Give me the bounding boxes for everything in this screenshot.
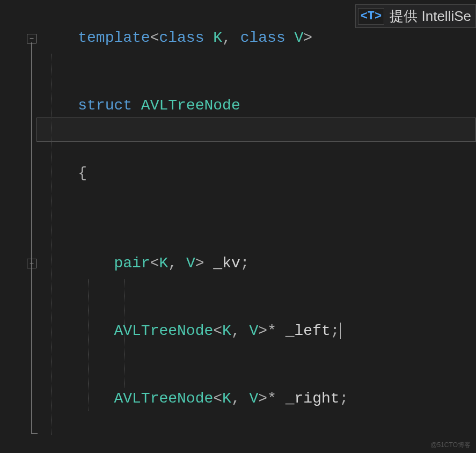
code-line[interactable]: AVLTreeNode<K, V>* _parent; [31, 433, 476, 453]
member: _kv [213, 255, 240, 272]
type: pair [114, 255, 150, 272]
code-line[interactable]: struct AVLTreeNode [31, 72, 476, 140]
punct: < [150, 30, 159, 46]
code-line[interactable]: { [31, 140, 476, 207]
code-line[interactable]: pair<K, V> _kv; [31, 230, 476, 297]
keyword: template [78, 30, 150, 46]
type: AVLTreeNode [114, 323, 213, 339]
type: AVLTreeNode [141, 97, 240, 114]
brace: { [78, 165, 87, 181]
gutter: − − [0, 0, 31, 453]
punct: > [303, 30, 312, 46]
type: V [295, 30, 304, 46]
watermark: @51CTO博客 [430, 441, 471, 450]
tooltip-text: 提供 IntelliSe [390, 7, 471, 26]
keyword: class [159, 30, 204, 46]
keyword: class [240, 30, 285, 46]
keyword: struct [78, 97, 132, 114]
code-line[interactable] [31, 207, 476, 230]
member: _left [285, 323, 331, 339]
punct: , [222, 30, 240, 46]
code-line[interactable]: AVLTreeNode<K, V>* _right; [31, 365, 476, 433]
intellisense-tooltip[interactable]: <T> 提供 IntelliSe [355, 4, 476, 28]
text-caret [340, 323, 341, 339]
template-t-icon: <T> [358, 8, 385, 25]
code-editor[interactable]: − − template<class K, class V> struct AV… [0, 0, 476, 453]
code-line[interactable]: AVLTreeNode<K, V>* _left; [31, 297, 476, 365]
type: K [213, 30, 222, 46]
